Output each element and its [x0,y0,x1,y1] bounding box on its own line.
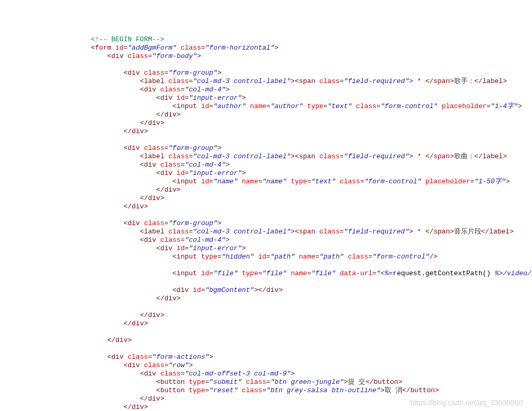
code-snippet: <!-- BEGIN FORM--> <form id="addBgmForm"… [0,36,532,411]
comment-begin: <!-- BEGIN FORM--> [91,36,164,43]
